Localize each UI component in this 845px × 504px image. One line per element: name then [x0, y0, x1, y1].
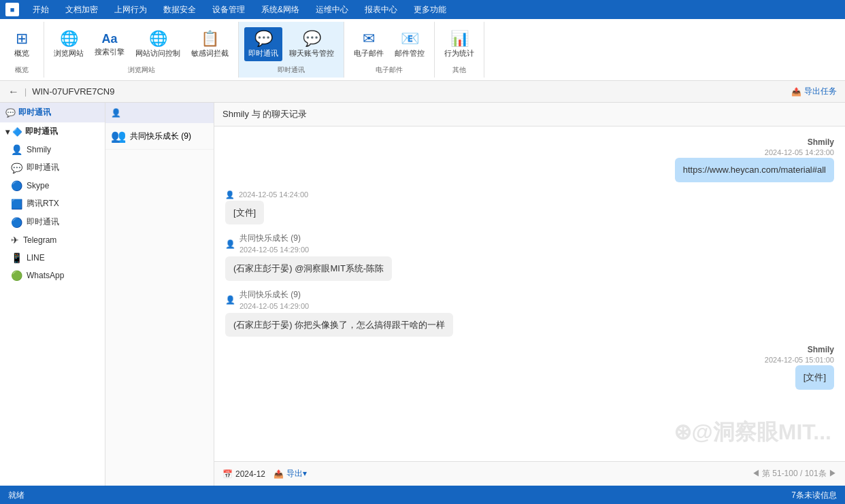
ribbon-group-other: 📊 行为统计 其他 — [435, 22, 484, 78]
menu-ops[interactable]: 运维中心 — [313, 3, 351, 17]
menu-system[interactable]: 系统&网络 — [259, 3, 302, 17]
im-icon: 💬 — [254, 30, 273, 48]
msg-row-5: Shmily 2024-12-05 15:01:00 [文件] — [225, 345, 834, 390]
chat-bottom-bar: 📅 2024-12 📤 导出▾ ◀ 第 51-100 / 101条 ▶ — [214, 461, 845, 486]
collapse-icon: ▾ — [5, 127, 10, 137]
sidebar-item-skype[interactable]: 🔵 Skype — [0, 177, 105, 195]
telegram-label: Telegram — [23, 235, 56, 245]
msg-time-4: 2024-12-05 14:29:00 — [239, 302, 309, 310]
im-header-label: 即时通讯 — [18, 107, 51, 118]
mail-control-label: 邮件管控 — [395, 49, 425, 58]
ribbon-group-other-label: 其他 — [452, 65, 466, 75]
back-button[interactable]: ← — [8, 86, 19, 98]
contact-header-icon: 👤 — [111, 108, 121, 118]
calendar-icon: 📅 — [222, 469, 233, 479]
chat-messages: Shmily 2024-12-05 14:23:00 https://www.h… — [214, 127, 845, 461]
shmily-icon: 👤 — [11, 144, 22, 155]
sidebar-item-whatsapp[interactable]: 🟢 WhatsApp — [0, 267, 105, 284]
ribbon-item-chat-account[interactable]: 💬 聊天账号管控 — [285, 27, 338, 61]
msg-bubble-3: (石家庄彭于晏) @洞察眼MIT系统-陈陈 — [225, 256, 392, 281]
stats-label: 行为统计 — [444, 49, 474, 58]
menu-device[interactable]: 设备管理 — [210, 3, 248, 17]
msg-time-1: 2024-12-05 14:23:00 — [765, 148, 834, 156]
ribbon-group-im-label: 即时通讯 — [278, 65, 305, 75]
contact-panel: 👤 👥 共同快乐成长 (9) — [105, 103, 214, 486]
overview-label: 概览 — [14, 49, 29, 58]
shmily-label: Shmily — [27, 145, 51, 154]
sidebar-header-im[interactable]: 💬 即时通讯 — [0, 103, 105, 122]
chat-account-icon: 💬 — [303, 30, 321, 48]
sidebar-sub-header[interactable]: ▾ 🔷 即时通讯 — [0, 122, 105, 141]
menu-more[interactable]: 更多功能 — [411, 3, 449, 17]
ribbon-item-web-control[interactable]: 🌐 网站访问控制 — [131, 27, 184, 61]
ribbon-group-browse-label: 浏览网站 — [128, 65, 155, 75]
menu-start[interactable]: 开始 — [30, 3, 52, 17]
ribbon-item-search-engine[interactable]: Aa 搜索引擎 — [90, 29, 129, 59]
export-icon: 📤 — [791, 87, 801, 97]
sidebar-item-rtx[interactable]: 🟦 腾讯RTX — [0, 195, 105, 213]
ribbon-item-stats[interactable]: 📊 行为统计 — [440, 27, 478, 61]
group-name-label: 共同快乐成长 (9) — [130, 131, 191, 142]
im-header-icon: 💬 — [5, 108, 16, 118]
menu-data-security[interactable]: 数据安全 — [161, 3, 199, 17]
msg-row-1: Shmily 2024-12-05 14:23:00 https://www.h… — [225, 137, 834, 182]
status-bar: 就绪 7条未读信息 — [0, 486, 845, 504]
browse-web-label: 浏览网站 — [54, 49, 84, 58]
msg-time-2: 👤 2024-12-05 14:24:00 — [225, 190, 308, 199]
msg-row-2: 👤 2024-12-05 14:24:00 [文件] — [225, 190, 834, 225]
ribbon-item-overview[interactable]: ⊞ 概览 — [5, 27, 38, 61]
im-label: 即时通讯 — [248, 49, 278, 58]
menu-report[interactable]: 报表中心 — [362, 3, 400, 17]
ribbon-item-mail-control[interactable]: 📧 邮件管控 — [391, 27, 429, 61]
msg-time-5: 2024-12-05 15:01:00 — [765, 356, 834, 364]
chat-date-text: 2024-12 — [235, 469, 265, 479]
chat-export-label: 导出▾ — [286, 468, 307, 480]
watermark: ⊛@洞察眼MIT... — [674, 418, 831, 448]
chat-header-text: Shmily 与 的聊天记录 — [222, 109, 307, 119]
msg-row-4: 👤 共同快乐成长 (9) 2024-12-05 14:29:00 (石家庄彭于晏… — [225, 289, 834, 337]
ribbon-group-im: 💬 即时通讯 💬 聊天账号管控 即时通讯 — [239, 22, 344, 78]
menu-doc-encrypt[interactable]: 文档加密 — [63, 3, 101, 17]
search-engine-icon: Aa — [101, 32, 117, 46]
chat-export-button[interactable]: 📤 导出▾ — [274, 468, 307, 480]
ribbon-group-email: ✉ 电子邮件 📧 邮件管控 电子邮件 — [344, 22, 435, 78]
contact-item-group[interactable]: 👥 共同快乐成长 (9) — [105, 123, 214, 150]
sidebar-item-telegram[interactable]: ✈ Telegram — [0, 231, 105, 249]
email-label: 电子邮件 — [354, 49, 384, 58]
rtx-label: 腾讯RTX — [27, 198, 59, 209]
sidebar-item-im2[interactable]: 💬 即时通讯 — [0, 158, 105, 177]
sidebar-icon-w: 🔷 — [12, 127, 22, 137]
sidebar-item-line[interactable]: 📱 LINE — [0, 249, 105, 267]
chat-date-display: 📅 2024-12 — [222, 469, 265, 479]
export-task-button[interactable]: 📤 导出任务 — [791, 86, 837, 97]
im2-icon: 💬 — [11, 163, 22, 173]
ribbon-item-sensitive[interactable]: 📋 敏感词拦截 — [187, 27, 233, 61]
rtx-icon: 🟦 — [11, 199, 22, 209]
menu-internet[interactable]: 上网行为 — [112, 3, 150, 17]
web-control-icon: 🌐 — [149, 30, 167, 48]
msg-bubble-1: https://www.heycan.com/material#all — [675, 158, 834, 182]
sidebar-item-shmily[interactable]: 👤 Shmily — [0, 141, 105, 158]
chat-area: Shmily 与 的聊天记录 Shmily 2024-12-05 14:23:0… — [214, 103, 845, 486]
sidebar: 💬 即时通讯 ▾ 🔷 即时通讯 👤 Shmily 💬 即时通讯 🔵 Skype … — [0, 103, 105, 486]
email-icon: ✉ — [363, 30, 375, 48]
ribbon-item-browse-web[interactable]: 🌐 浏览网站 — [50, 27, 88, 61]
msg-sender-5: Shmily — [765, 345, 834, 354]
export-icon-bottom: 📤 — [274, 469, 284, 479]
ribbon-item-im[interactable]: 💬 即时通讯 — [244, 27, 282, 61]
path-bar: ← | WIN-07UFVRE7CN9 📤 导出任务 — [0, 81, 845, 103]
msg-row-3: 👤 共同快乐成长 (9) 2024-12-05 14:29:00 (石家庄彭于晏… — [225, 233, 834, 281]
record-count: ◀ 第 51-100 / 101条 ▶ — [752, 468, 837, 480]
msg-avatar-4: 👤 — [225, 295, 235, 305]
ribbon-item-email[interactable]: ✉ 电子邮件 — [350, 27, 388, 61]
ribbon-group-browse: 🌐 浏览网站 Aa 搜索引擎 🌐 网站访问控制 📋 敏感词拦截 浏览网站 — [44, 22, 239, 78]
path-text: WIN-07UFVRE7CN9 — [32, 86, 114, 97]
msg-group-4: 共同快乐成长 (9) — [239, 289, 309, 301]
line-label: LINE — [27, 253, 45, 263]
msg-avatar-2: 👤 — [225, 190, 235, 199]
ribbon-group-overview-label: 概览 — [15, 65, 29, 75]
sidebar-item-im3[interactable]: 🔵 即时通讯 — [0, 213, 105, 231]
stats-icon: 📊 — [450, 30, 469, 48]
im2-label: 即时通讯 — [27, 162, 59, 173]
line-icon: 📱 — [11, 252, 22, 263]
